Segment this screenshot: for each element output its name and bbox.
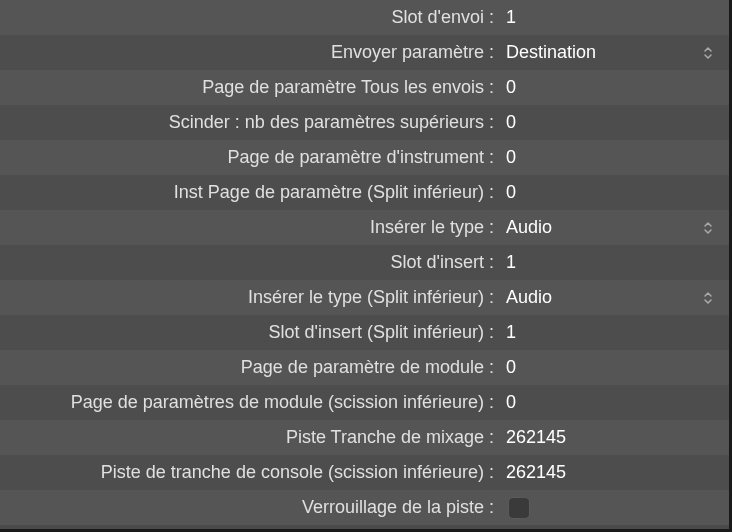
- param-value-field[interactable]: 0: [500, 357, 715, 378]
- param-value: 0: [506, 357, 516, 378]
- param-row-send-slot: Slot d'envoi : 1: [0, 0, 729, 35]
- param-row-channel-strip-track: Piste Tranche de mixage : 262145: [0, 420, 729, 455]
- param-label: Verrouillage de la piste :: [8, 497, 500, 518]
- param-label: Piste Tranche de mixage :: [8, 427, 500, 448]
- param-value: Destination: [506, 42, 596, 63]
- param-row-insert-type-split-lower: Insérer le type (Split inférieur) : Audi…: [0, 280, 729, 315]
- param-label: Envoyer paramètre :: [8, 42, 500, 63]
- param-value: 1: [506, 322, 516, 343]
- param-row-split-upper-params: Scinder : nb des paramètres supérieurs :…: [0, 105, 729, 140]
- param-label: Page de paramètre de module :: [8, 357, 500, 378]
- param-label: Scinder : nb des paramètres supérieurs :: [8, 112, 500, 133]
- param-value-field[interactable]: 262145: [500, 427, 715, 448]
- param-label: Slot d'insert (Split inférieur) :: [8, 322, 500, 343]
- param-row-plugin-page: Page de paramètre de module : 0: [0, 350, 729, 385]
- param-label: Page de paramètre Tous les envois :: [8, 77, 500, 98]
- param-value: Audio: [506, 287, 552, 308]
- param-value-field[interactable]: 262145: [500, 462, 715, 483]
- param-value: 262145: [506, 427, 566, 448]
- param-label: Slot d'envoi :: [8, 7, 500, 28]
- param-label: Slot d'insert :: [8, 252, 500, 273]
- param-row-insert-slot-split-lower: Slot d'insert (Split inférieur) : 1: [0, 315, 729, 350]
- param-value-field[interactable]: 1: [500, 322, 715, 343]
- param-value-field[interactable]: 1: [500, 7, 715, 28]
- param-row-all-sends-page: Page de paramètre Tous les envois : 0: [0, 70, 729, 105]
- param-checkbox-container: [500, 497, 715, 519]
- param-label: Page de paramètre d'instrument :: [8, 147, 500, 168]
- param-row-instrument-page: Page de paramètre d'instrument : 0: [0, 140, 729, 175]
- param-value: 0: [506, 392, 516, 413]
- param-row-channel-strip-track-split-lower: Piste de tranche de console (scission in…: [0, 455, 729, 490]
- param-value: 0: [506, 182, 516, 203]
- param-value: 1: [506, 7, 516, 28]
- param-dropdown[interactable]: Destination: [500, 42, 715, 63]
- param-value-field[interactable]: 1: [500, 252, 715, 273]
- param-value: 1: [506, 252, 516, 273]
- param-label: Insérer le type :: [8, 217, 500, 238]
- chevron-updown-icon: [703, 291, 715, 305]
- param-row-plugin-page-split-lower: Page de paramètres de module (scission i…: [0, 385, 729, 420]
- param-value: 0: [506, 147, 516, 168]
- param-row-inst-page-split-lower: Inst Page de paramètre (Split inférieur)…: [0, 175, 729, 210]
- chevron-updown-icon: [703, 221, 715, 235]
- param-dropdown[interactable]: Audio: [500, 287, 715, 308]
- param-row-insert-type: Insérer le type : Audio: [0, 210, 729, 245]
- param-value-field[interactable]: 0: [500, 147, 715, 168]
- track-lock-checkbox[interactable]: [508, 497, 530, 519]
- chevron-updown-icon: [703, 46, 715, 60]
- param-value-field[interactable]: 0: [500, 182, 715, 203]
- param-value: 0: [506, 112, 516, 133]
- param-label: Inst Page de paramètre (Split inférieur)…: [8, 182, 500, 203]
- parameters-panel: Slot d'envoi : 1 Envoyer paramètre : Des…: [0, 0, 732, 532]
- param-dropdown[interactable]: Audio: [500, 217, 715, 238]
- param-value-field[interactable]: 0: [500, 112, 715, 133]
- param-value-field[interactable]: 0: [500, 392, 715, 413]
- param-value: 0: [506, 77, 516, 98]
- param-label: Page de paramètres de module (scission i…: [8, 392, 500, 413]
- param-row-track-lock: Verrouillage de la piste :: [0, 490, 729, 525]
- param-label: Piste de tranche de console (scission in…: [8, 462, 500, 483]
- param-row-insert-slot: Slot d'insert : 1: [0, 245, 729, 280]
- param-value: 262145: [506, 462, 566, 483]
- param-value: Audio: [506, 217, 552, 238]
- param-value-field[interactable]: 0: [500, 77, 715, 98]
- param-row-send-parameter: Envoyer paramètre : Destination: [0, 35, 729, 70]
- param-label: Insérer le type (Split inférieur) :: [8, 287, 500, 308]
